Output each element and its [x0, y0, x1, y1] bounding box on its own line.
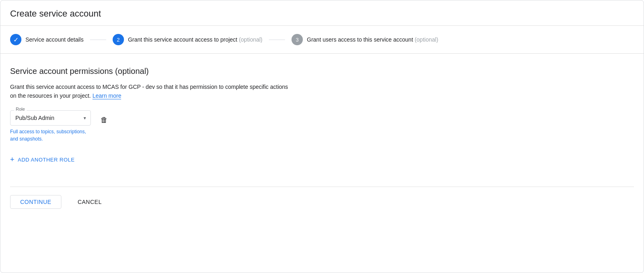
page-title: Create service account: [10, 8, 634, 19]
plus-icon: +: [10, 155, 15, 164]
add-role-label: ADD ANOTHER ROLE: [18, 157, 75, 163]
step-3-circle: 3: [292, 34, 303, 45]
step-2: 2 Grant this service account access to p…: [113, 34, 262, 45]
step-divider-2: [269, 40, 285, 40]
page-header: Create service account: [0, 0, 644, 26]
step-3-number: 3: [296, 37, 298, 43]
page-container: Create service account ✓ Service account…: [0, 0, 644, 273]
learn-more-link[interactable]: Learn more: [92, 92, 122, 99]
step-2-circle: 2: [113, 34, 124, 45]
delete-icon: 🗑: [101, 116, 108, 124]
step-3: 3 Grant users access to this service acc…: [292, 34, 438, 45]
role-select[interactable]: Pub/Sub Admin: [10, 110, 91, 126]
stepper-bar: ✓ Service account details 2 Grant this s…: [0, 26, 644, 54]
footer-actions: CONTINUE CANCEL: [10, 187, 634, 209]
role-select-wrapper: Role Pub/Sub Admin ▼: [10, 110, 91, 126]
delete-role-button[interactable]: 🗑: [97, 113, 111, 128]
cancel-button[interactable]: CANCEL: [68, 195, 111, 208]
step-divider-1: [90, 40, 106, 40]
step-1: ✓ Service account details: [10, 34, 84, 45]
step-1-circle: ✓: [10, 34, 21, 45]
step-3-label: Grant users access to this service accou…: [307, 36, 438, 43]
step-2-number: 2: [117, 37, 120, 43]
description-text: Grant this service account access to MCA…: [10, 82, 293, 101]
section-title: Service account permissions (optional): [10, 67, 634, 76]
role-hint: Full access to topics, subscriptions, an…: [10, 128, 91, 143]
role-section: Role Pub/Sub Admin ▼ Full access to topi…: [10, 110, 634, 143]
role-field-container: Role Pub/Sub Admin ▼ Full access to topi…: [10, 110, 91, 143]
checkmark-icon: ✓: [13, 36, 19, 44]
step-2-label: Grant this service account access to pro…: [128, 36, 262, 43]
step-1-label: Service account details: [25, 36, 84, 43]
main-content: Service account permissions (optional) G…: [0, 54, 644, 218]
add-another-role-button[interactable]: + ADD ANOTHER ROLE: [10, 152, 75, 167]
continue-button[interactable]: CONTINUE: [10, 195, 61, 209]
